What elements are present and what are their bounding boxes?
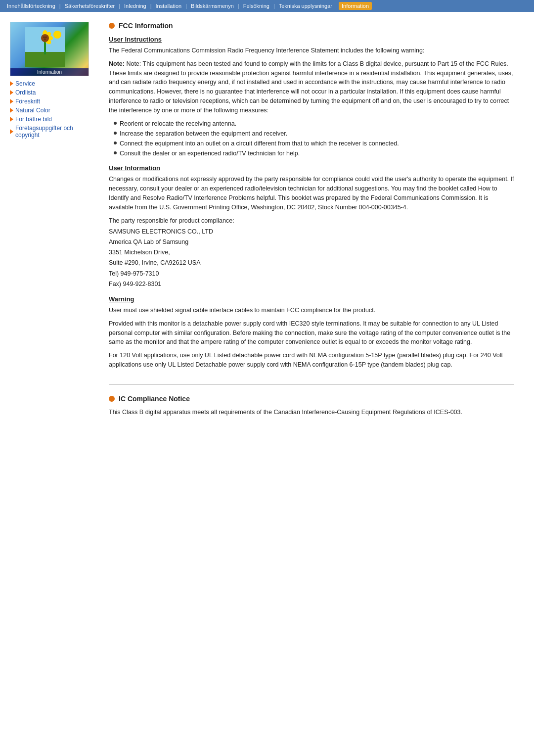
nav-sep-4: | [184,2,188,10]
sidebar-nav-item-battre[interactable]: För bättre bild [10,116,94,123]
note-bold: Note: [109,60,126,67]
power-text2: For 120 Volt applications, use only UL L… [109,351,514,370]
company-line6: Fax) 949-922-8301 [109,279,514,289]
address-block: The party responsible for product compli… [109,216,514,289]
sidebar: Information Service Ordlista Föreskrift [0,17,99,444]
sidebar-link-battre[interactable]: För bättre bild [10,116,94,123]
nav-sep-7 [335,2,339,10]
sidebar-link-naturalcolor[interactable]: Natural Color [10,107,94,114]
ic-text: This Class B digital apparatus meets all… [109,408,514,417]
fcc-title: FCC Information [109,22,514,30]
sidebar-nav-item-foreskrift[interactable]: Föreskrift [10,98,94,105]
nav-sep-1: | [58,2,62,10]
arrow-icon-service [10,81,13,86]
nav-item-install[interactable]: Installation [153,2,185,10]
sidebar-nav-item-foretag[interactable]: Företagsuppgifter och copyright [10,125,94,139]
nav-item-contents[interactable]: Innehållsförteckning [4,2,58,10]
sidebar-nav: Service Ordlista Föreskrift Natural Colo… [10,80,94,139]
user-instructions-title: User Instructions [109,36,514,43]
bullet-dot-2 [114,132,117,135]
nav-sep-5: | [237,2,240,10]
bullet-list: Reorient or relocate the receiving anten… [114,119,514,158]
bullet-dot-1 [114,122,117,125]
warning-title: Warning [109,295,514,303]
svg-point-2 [53,31,61,39]
compliance-intro: The party responsible for product compli… [109,216,514,226]
note-text: Note: Note: This equipment has been test… [109,59,514,115]
bullet-item-2: Increase the separation between the equi… [114,129,514,139]
sidebar-image-label: Information [10,68,89,76]
sidebar-image-svg [25,27,65,67]
main-content: FCC Information User Instructions The Fe… [99,17,534,444]
svg-point-11 [44,39,45,40]
nav-sep-6: | [272,2,276,10]
sidebar-link-foreskrift[interactable]: Föreskrift [10,98,94,105]
power-text1: Provided with this monitor is a detachab… [109,319,514,347]
user-information-title: User Information [109,164,514,172]
nav-item-info[interactable]: Information [339,2,372,10]
nav-item-tech[interactable]: Tekniska upplysningar [276,2,335,10]
sidebar-link-foretag[interactable]: Företagsuppgifter och copyright [10,125,94,139]
fcc-section: FCC Information User Instructions The Fe… [109,22,514,370]
sidebar-nav-item-ordlista[interactable]: Ordlista [10,89,94,96]
arrow-icon-battre [10,117,13,122]
sidebar-nav-item-naturalcolor[interactable]: Natural Color [10,107,94,114]
nav-item-intro[interactable]: Inledning [121,2,149,10]
company-line5: Tel) 949-975-7310 [109,269,514,279]
nav-item-safety[interactable]: Säkerhetsföreskrifter [62,2,118,10]
svg-point-10 [45,37,46,38]
svg-point-8 [41,34,49,42]
arrow-icon-ordlista [10,90,13,95]
user-instructions-intro: The Federal Communications Commission Ra… [109,46,514,55]
ic-section: IC Compliance Notice This Class B digita… [109,395,514,417]
bullet-item-3: Connect the equipment into an outlet on … [114,139,514,148]
bullet-item-4: Consult the dealer or an experienced rad… [114,148,514,158]
company-line3: 3351 Michelson Drive, [109,247,514,258]
main-container: Information Service Ordlista Föreskrift [0,12,534,444]
sidebar-nav-item-service[interactable]: Service [10,80,94,87]
bullet-dot-3 [114,142,117,144]
user-information-text: Changes or modifications not expressly a… [109,175,514,212]
nav-sep-3: | [149,2,153,10]
nav-item-trouble[interactable]: Felsökning [240,2,272,10]
bullet-dot-4 [114,151,117,154]
warning-text: User must use shielded signal cable inte… [109,306,514,315]
company-line2: America QA Lab of Samsung [109,237,514,247]
ic-title: IC Compliance Notice [109,395,514,403]
arrow-icon-foreskrift [10,99,13,104]
bullet-item-1: Reorient or relocate the receiving anten… [114,119,514,129]
nav-item-menu[interactable]: Bildskärmsmenyn [188,2,237,10]
ic-bullet-icon [109,396,115,402]
company-line4: Suite #290, Irvine, CA92612 USA [109,258,514,268]
section-divider [109,384,514,385]
arrow-icon-foretag [10,129,13,134]
svg-point-9 [44,37,44,38]
fcc-bullet-icon [109,23,115,29]
sidebar-link-service[interactable]: Service [10,80,94,87]
nav-sep-2: | [118,2,121,10]
sidebar-link-ordlista[interactable]: Ordlista [10,89,94,96]
company-name: SAMSUNG ELECTRONICS CO., LTD [109,227,514,237]
sidebar-image: Information [10,22,89,76]
arrow-icon-naturalcolor [10,108,13,113]
top-nav: Innehållsförteckning | Säkerhetsföreskri… [0,0,534,12]
